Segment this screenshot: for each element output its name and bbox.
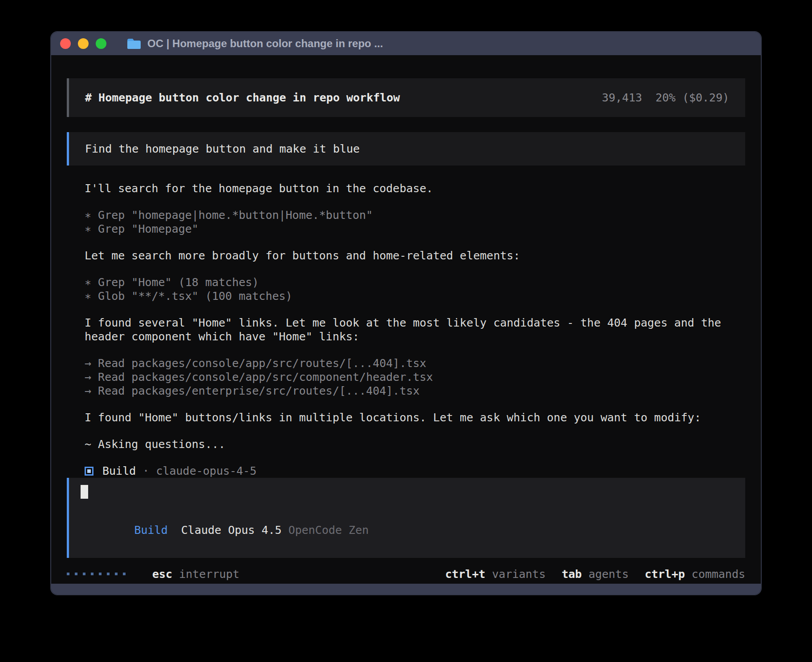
shortcut-label: variants [485,568,545,581]
spinner-dot [123,573,126,575]
transcript-line: ∗ Grep "Homepage" [85,222,745,236]
text-cursor [81,485,88,499]
agent-build-icon [85,467,93,476]
transcript: I'll search for the homepage button in t… [67,182,745,451]
terminal-window: OC | Homepage button color change in rep… [50,31,762,595]
terminal-content: # Homepage button color change in repo w… [51,55,761,584]
window-footer [51,584,761,594]
shortcut-key: ctrl+t [445,568,485,581]
transcript-line: → Read packages/console/app/src/componen… [85,370,745,384]
transcript-line: I found "Home" buttons/links in multiple… [85,411,745,424]
shortcut-commands: ctrl+p commands [645,567,745,581]
spinner-dot [107,573,110,575]
esc-label: interrupt [179,568,239,581]
token-count: 39,413 [602,91,642,104]
zoom-button[interactable] [96,38,106,49]
folder-icon [127,38,141,49]
shortcut-label: commands [685,568,745,581]
prompt-input[interactable]: Build Claude Opus 4.5 OpenCode Zen [67,478,745,558]
transcript-line: I'll search for the homepage button in t… [85,182,745,195]
input-agent-label: Build [134,524,167,537]
spinner-dot [99,573,102,575]
transcript-line: I found several "Home" links. Let me loo… [85,316,745,343]
context-cost: 20% ($0.29) [655,91,729,104]
close-button[interactable] [60,38,71,49]
transcript-line: → Read packages/console/app/src/routes/[… [85,356,745,370]
agent-name: Build [102,464,136,478]
transcript-line: ∗ Grep "homepage|home.*button|Home.*butt… [85,208,745,222]
transcript-line: ~ Asking questions... [85,437,745,451]
user-message-text: Find the homepage button and make it blu… [85,142,360,156]
session-title: # Homepage button color change in repo w… [85,91,400,105]
transcript-line: ∗ Glob "**/*.tsx" (100 matches) [85,289,745,303]
spinner-dot [83,573,85,575]
esc-key: esc [152,568,172,581]
spinner-dot [75,573,77,575]
transcript-line: Let me search more broadly for buttons a… [85,249,745,262]
shortcut-key: tab [562,568,582,581]
shortcut-agents: tab agents [562,567,629,581]
shortcut-variants: ctrl+t variants [445,567,546,581]
esc-hint: esc interrupt [152,567,240,581]
agent-model: · claude-opus-4-5 [136,464,256,478]
input-model-label: Claude Opus 4.5 [181,524,282,537]
session-stats: 39,41320% ($0.29) [602,91,729,105]
input-provider-label: OpenCode Zen [288,524,369,537]
model-row: Build Claude Opus 4.5 OpenCode Zen [81,509,734,551]
transcript-line: ∗ Grep "Home" (18 matches) [85,275,745,289]
transcript-line: → Read packages/enterprise/src/routes/[.… [85,384,745,398]
minimize-button[interactable] [78,38,89,49]
titlebar[interactable]: OC | Homepage button color change in rep… [51,32,761,55]
user-message: Find the homepage button and make it blu… [67,132,745,166]
shortcut-hints: ctrl+t variantstab agentsctrl+p commands [429,567,745,581]
session-header: # Homepage button color change in repo w… [67,78,745,117]
spinner-dot [115,573,118,575]
status-bar: esc interrupt ctrl+t variantstab agentsc… [67,564,745,584]
agent-status-line: Build · claude-opus-4-5 [67,464,745,478]
shortcut-label: agents [582,568,629,581]
spinner-dot [67,573,69,575]
shortcut-key: ctrl+p [645,568,685,581]
spinner-dot [91,573,93,575]
window-title: OC | Homepage button color change in rep… [147,37,383,50]
spinner-dots [67,573,131,575]
